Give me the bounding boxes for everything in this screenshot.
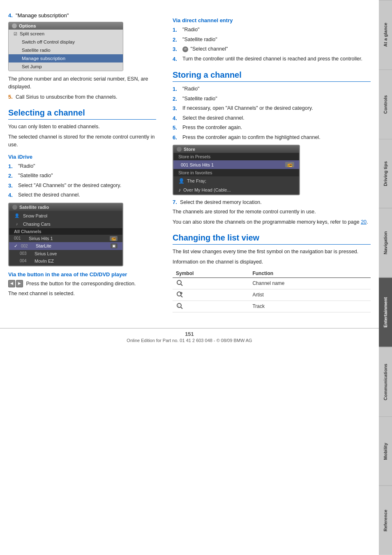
sat-item-003[interactable]: 003 Sirius Love xyxy=(9,250,122,257)
storing-step-3: 3. If necessary, open "All Channels" or … xyxy=(173,104,371,113)
tab-mobility[interactable]: Mobility xyxy=(379,416,392,486)
tab-communications[interactable]: Communications xyxy=(379,347,392,416)
btn-left-arrow: ◀ xyxy=(8,280,15,287)
fray-person-icon: 👤 xyxy=(178,178,184,184)
function-artist: Artist xyxy=(249,289,371,301)
tab-reference[interactable]: Reference xyxy=(379,486,392,555)
cd-dvd-button: ◀ ▶ xyxy=(8,280,23,287)
sat-item-004[interactable]: 004 MovIn EZ xyxy=(9,257,122,265)
step5-num: 5. xyxy=(8,94,13,100)
store-title-text: Store xyxy=(184,147,195,152)
right-column: Via direct channel entry 1. "Radio" 2. "… xyxy=(164,12,371,316)
store-item-fray[interactable]: 👤 The Fray; xyxy=(173,176,299,185)
tab-at-a-glance[interactable]: At a glance xyxy=(379,0,392,69)
changing-para2: Information on the channel is displayed. xyxy=(173,258,371,266)
step4-num: 4. xyxy=(8,12,13,18)
starlite-badge: ▣ xyxy=(111,243,118,248)
page-number: 151 xyxy=(0,331,379,337)
menu-item-split[interactable]: ☑ Split screen xyxy=(9,30,123,38)
selecting-para1: You can only listen to enabled channels. xyxy=(8,123,156,131)
store-favorites-header: Store in favorites xyxy=(173,169,299,176)
step4-text: 4. "Manage subscription" xyxy=(8,12,156,18)
via-dvd-para1: ◀ ▶ Press the button for the correspondi… xyxy=(8,280,156,288)
storing-section: Storing a channel 1. "Radio" 2. "Satelli… xyxy=(173,70,371,226)
sat-titlebar: Satellite radio xyxy=(9,204,122,211)
tab-entertainment[interactable]: Entertainment xyxy=(379,278,392,347)
storing-heading: Storing a channel xyxy=(173,70,371,82)
step7-num: 7. xyxy=(173,199,177,205)
options-titlebar: Options xyxy=(9,22,123,30)
sat-item-001[interactable]: 001 Sirius Hits 1 📻 xyxy=(9,235,122,242)
store-item-overmyhead[interactable]: ♪ Over My Head (Cable... xyxy=(173,185,299,194)
col-symbol: Symbol xyxy=(173,269,249,278)
store-content: Store in Presets 001 Sirius Hits 1 📻 Sto… xyxy=(173,153,299,194)
via-direct-section: Via direct channel entry 1. "Radio" 2. "… xyxy=(173,17,371,63)
changing-para1: The list view changes every time the fir… xyxy=(173,248,371,256)
symbol-track: ♪ xyxy=(173,301,249,312)
para1: The phone number and an electronic seria… xyxy=(8,75,156,91)
all-channels-separator: All Channels xyxy=(9,228,122,235)
footer-text: Online Edition for Part no. 01 41 2 603 … xyxy=(0,338,379,343)
sat-title-text: Satellite radio xyxy=(19,205,49,210)
store-ui: Store Store in Presets 001 Sirius Hits 1… xyxy=(173,145,300,195)
page-footer: 151 Online Edition for Part no. 01 41 2 … xyxy=(0,328,379,345)
sat-item-chasingcars[interactable]: ♪ Chasing Cars xyxy=(9,220,122,228)
preset-slot-badge: 📻 xyxy=(285,162,294,167)
options-menu: ☑ Split screen Switch off Control displa… xyxy=(9,30,123,71)
symbol-table: Symbol Function Channel name xyxy=(173,269,371,312)
storing-steps-list: 1. "Radio" 2. "Satellite radio" 3. If ne… xyxy=(173,85,371,141)
tab-controls[interactable]: Controls xyxy=(379,69,392,139)
selecting-heading: Selecting a channel xyxy=(8,108,156,120)
store-title-icon xyxy=(177,147,182,152)
sat-item-snowpatrol[interactable]: 👤 Snow Patrol xyxy=(9,212,122,220)
storing-step-4: 4. Select the desired channel. xyxy=(173,114,371,123)
sat-content: 👤 Snow Patrol ♪ Chasing Cars All Channel… xyxy=(9,211,122,266)
side-tabs: At a glance Controls Driving tips Naviga… xyxy=(379,0,392,555)
table-row-track: ♪ Track xyxy=(173,301,371,312)
step7-content: Select the desired memory location. xyxy=(180,199,262,205)
tab-driving-tips[interactable]: Driving tips xyxy=(379,139,392,208)
storing-para2: You can also store the channels on the p… xyxy=(173,218,371,226)
sat-title-icon xyxy=(12,205,17,210)
direct-step-3: 3. ⟳ "Select channel" xyxy=(173,45,371,53)
svg-point-0 xyxy=(177,280,181,284)
step5-content: Call Sirius to unsubscribe from the chan… xyxy=(16,94,117,100)
options-ui: Options ☑ Split screen Switch off Contro… xyxy=(8,22,123,71)
tab-navigation[interactable]: Navigation xyxy=(379,208,392,278)
satellite-ui: Satellite radio 👤 Snow Patrol ♪ Chasing … xyxy=(8,203,123,266)
idrive-step-3: 3. Select "All Channels" or the desired … xyxy=(8,182,156,190)
page-link[interactable]: 20 xyxy=(361,219,367,225)
person-icon: 👤 xyxy=(14,213,20,219)
selecting-para2: The selected channel is stored for the r… xyxy=(8,133,156,149)
idrive-steps-list: 1. "Radio" 2. "Satellite radio" 3. Selec… xyxy=(8,162,156,199)
changing-heading: Changing the list view xyxy=(173,233,371,245)
storing-step-6: 6. Press the controller again to confirm… xyxy=(173,134,371,142)
channel-symbol-icon xyxy=(176,279,183,287)
idrive-step-2: 2. "Satellite radio" xyxy=(8,172,156,180)
selecting-section: Selecting a channel You can only listen … xyxy=(8,108,156,266)
menu-item-jump[interactable]: Set Jump xyxy=(9,62,123,71)
preset-badge: 📻 xyxy=(110,236,118,241)
idrive-step-1: 1. "Radio" xyxy=(8,162,156,171)
storing-step-5: 5. Press the controller again. xyxy=(173,124,371,132)
svg-line-1 xyxy=(181,284,182,286)
store-presets-header: Store in Presets xyxy=(173,153,299,160)
page-container: 4. "Manage subscription" Options ☑ Split… xyxy=(0,0,379,328)
direct-step-1: 1. "Radio" xyxy=(173,26,371,34)
menu-item-switch[interactable]: Switch off Control display xyxy=(9,38,123,46)
svg-line-3 xyxy=(181,296,182,297)
menu-item-manage[interactable]: Manage subscription xyxy=(9,54,123,62)
function-channel: Channel name xyxy=(249,278,371,289)
store-item-sirius-hits[interactable]: 001 Sirius Hits 1 📻 xyxy=(173,160,299,169)
btn-right-arrow: ▶ xyxy=(16,280,23,287)
sat-item-002[interactable]: ✓ 002 StarLite ▣ xyxy=(9,242,122,250)
via-idrive-heading: Via iDrive xyxy=(8,154,156,160)
changing-section: Changing the list view The list view cha… xyxy=(173,233,371,312)
svg-line-6 xyxy=(181,307,182,309)
menu-item-satellite[interactable]: Satellite radio xyxy=(9,46,123,54)
symbol-channel xyxy=(173,278,249,289)
svg-text:♪: ♪ xyxy=(178,304,180,307)
options-title: Options xyxy=(19,23,36,28)
store-titlebar: Store xyxy=(173,146,299,153)
left-column: 4. "Manage subscription" Options ☑ Split… xyxy=(8,12,164,316)
